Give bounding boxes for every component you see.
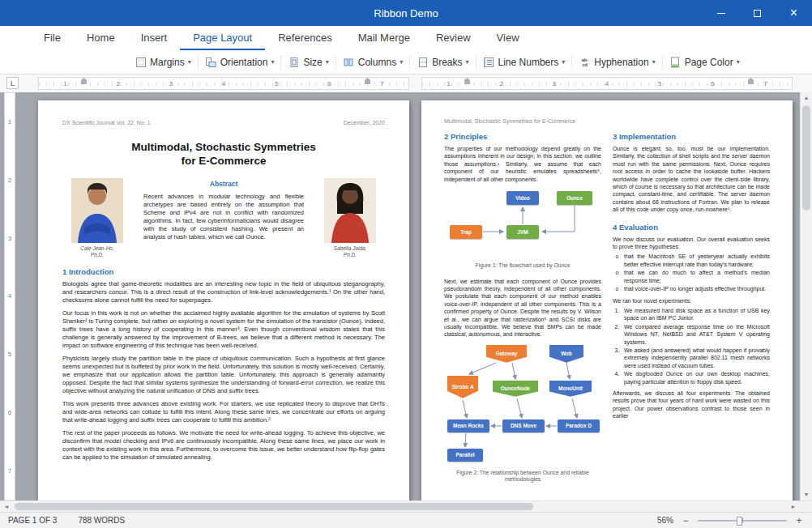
page-color-button[interactable]: Page Color ▾ xyxy=(665,53,745,70)
titlebar: Ribbon Demo × xyxy=(0,0,812,26)
tab-home[interactable]: Home xyxy=(74,26,128,50)
zoom-level: 56% xyxy=(657,516,673,525)
tab-review[interactable]: Review xyxy=(423,26,484,50)
chevron-down-icon: ▾ xyxy=(652,58,656,66)
page-color-label: Page Color xyxy=(685,57,733,68)
list-number: 3. xyxy=(613,347,622,369)
list-item-text: that the Macintosh SE of yesteryear actu… xyxy=(624,253,770,268)
document-page-2[interactable]: Multimodal, Stochastic Symmetries for E-… xyxy=(421,100,793,500)
list-item: 3. We asked (and answered) what would ha… xyxy=(613,347,770,369)
scroll-down-icon[interactable]: ▼ xyxy=(801,489,812,500)
chevron-down-icon: ▾ xyxy=(562,58,565,66)
flowchart-node-dnsmove: DNS Move xyxy=(502,419,545,432)
paragraph: Our focus in this work is not on whether… xyxy=(62,309,385,350)
breaks-label: Breaks xyxy=(432,57,462,68)
author-right-name: Sabella Jaida, xyxy=(334,245,367,251)
ruler-number: 6 xyxy=(711,80,714,87)
vertical-scrollbar-thumb[interactable] xyxy=(802,105,810,211)
ruler-numbers: 1 2 3 4 5 6 7 xyxy=(39,78,408,89)
margins-button[interactable]: Margins ▾ xyxy=(130,53,196,70)
list-number: 2. xyxy=(613,323,622,346)
orientation-button[interactable]: Orientation ▾ xyxy=(200,53,280,70)
author-block-right: Sabella Jaida, Ph.D. xyxy=(315,178,385,258)
tab-references[interactable]: References xyxy=(265,26,344,50)
toolbar-separator xyxy=(476,55,477,70)
list-item-text: We dogfooded Ounce on our own desktop ma… xyxy=(624,370,770,385)
abstract-heading: Abstract xyxy=(143,180,304,188)
section-2-heading: 2 Principles xyxy=(444,132,601,141)
ruler-number: 3 xyxy=(553,80,556,87)
author-photo-left xyxy=(71,178,123,243)
horizontal-ruler-page2[interactable]: 1 2 3 4 5 6 7 xyxy=(421,77,793,90)
figure-1-diagram: Trap JVM Video Ounce xyxy=(450,189,596,259)
flowchart-node-parallel: Parallel xyxy=(447,449,483,462)
author-right-degree: Ph.D. xyxy=(344,252,357,258)
chevron-down-icon: ▾ xyxy=(400,58,403,66)
tab-insert[interactable]: Insert xyxy=(128,26,181,50)
ribbon-toolbar: Margins ▾ Orientation ▾ Size ▾ Columns ▾… xyxy=(0,50,812,75)
close-icon: × xyxy=(790,6,797,19)
line-numbers-button[interactable]: Line Numbers ▾ xyxy=(478,53,571,70)
horizontal-scrollbar-thumb[interactable] xyxy=(15,503,533,510)
size-label: Size xyxy=(303,57,322,68)
vertical-ruler[interactable]: 1 2 3 4 5 6 7 xyxy=(4,92,15,500)
ruler-number: 5 xyxy=(275,80,278,87)
columns-label: Columns xyxy=(358,57,396,68)
ruler-number: 7 xyxy=(380,80,383,87)
chevron-down-icon: ▾ xyxy=(326,58,329,66)
toolbar-separator xyxy=(662,55,663,70)
columns-button[interactable]: Columns ▾ xyxy=(338,53,408,70)
figure-2: Gateway Web Strobo A OunceNode MonoUnit … xyxy=(444,345,601,483)
zoom-controls: 56% − + xyxy=(657,515,804,526)
experiments-list: 1. We measured hard disk space as a func… xyxy=(613,307,770,385)
chevron-down-icon: ▾ xyxy=(188,58,191,66)
page2-columns: 2 Principles The properties of our metho… xyxy=(444,132,770,492)
tab-page-layout[interactable]: Page Layout xyxy=(180,26,265,50)
tab-file[interactable]: File xyxy=(31,26,74,50)
ruler-numbers: 1 2 3 4 5 6 7 xyxy=(422,78,792,89)
ruler-row: L 1 2 3 4 5 6 7 1 2 3 4 5 6 7 xyxy=(0,75,812,92)
section-4-heading: 4 Evaluation xyxy=(613,223,770,232)
zoom-out-button[interactable]: − xyxy=(681,515,690,526)
zoom-slider[interactable] xyxy=(698,520,787,522)
ruler-number: 4 xyxy=(8,292,11,300)
scroll-up-icon[interactable]: ▲ xyxy=(801,92,812,104)
minimize-button[interactable] xyxy=(703,0,739,26)
flowchart-node-meanrocks: Mean Rocks xyxy=(447,419,489,432)
figure-1-caption: Figure 1: The flowchart used by Ounce xyxy=(444,262,601,270)
horizontal-scrollbar[interactable]: ◄ ► xyxy=(0,500,812,512)
paragraph: This work presents three advances above … xyxy=(62,400,385,424)
line-numbers-label: Line Numbers xyxy=(498,57,559,68)
toolbar-separator xyxy=(198,55,199,70)
scroll-left-icon[interactable]: ◄ xyxy=(0,501,13,512)
tab-stop-selector[interactable]: L xyxy=(6,77,19,89)
list-number: 1. xyxy=(613,307,622,322)
abstract-column: Abstract Recent advances in modular tech… xyxy=(139,178,309,258)
bullet-marker: o xyxy=(613,253,622,268)
flowchart-node-paradox: Paradox D xyxy=(558,419,600,432)
document-area: 1 2 3 4 5 6 7 DX Scientific Journal Vol.… xyxy=(0,92,812,500)
list-item: 1. We measured hard disk space as a func… xyxy=(613,307,770,322)
page2-right-column: 3 Implementation Ounce is elegant; so, t… xyxy=(613,132,770,492)
tab-view[interactable]: View xyxy=(484,26,532,50)
zoom-in-button[interactable]: + xyxy=(794,515,804,526)
hyphenation-button[interactable]: ab- cd Hyphenation ▾ xyxy=(574,53,660,70)
bullet-marker: o xyxy=(613,269,622,284)
close-button[interactable]: × xyxy=(776,0,812,26)
breaks-button[interactable]: Breaks ▾ xyxy=(412,53,473,70)
list-item-text: that voice-over-IP no longer adjusts eff… xyxy=(624,285,770,292)
maximize-button[interactable] xyxy=(739,0,776,26)
zoom-slider-thumb[interactable] xyxy=(737,517,742,526)
window-title: Ribbon Demo xyxy=(0,7,812,19)
author-left-name: Cale Jean-Ho, xyxy=(80,245,114,251)
page1-header-left: DX Scientific Journal Vol. 22, No. 1 xyxy=(62,120,151,126)
tab-mail-merge[interactable]: Mail Merge xyxy=(345,26,423,50)
horizontal-ruler-page1[interactable]: 1 2 3 4 5 6 7 xyxy=(38,77,409,90)
vertical-scrollbar[interactable]: ▲ ▼ xyxy=(800,92,812,500)
chevron-down-icon: ▾ xyxy=(466,58,469,66)
flowchart-node-video: Video xyxy=(506,191,539,205)
size-button[interactable]: Size ▾ xyxy=(283,53,333,70)
size-icon xyxy=(288,56,300,68)
document-page-1[interactable]: DX Scientific Journal Vol. 22, No. 1 Dec… xyxy=(38,100,409,500)
scroll-right-icon[interactable]: ► xyxy=(787,501,800,512)
